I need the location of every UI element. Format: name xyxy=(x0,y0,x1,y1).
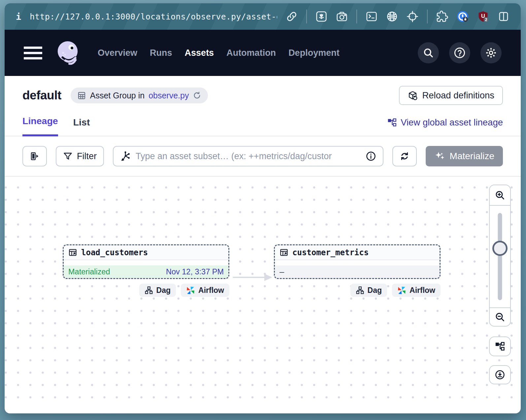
nav-item-runs[interactable]: Runs xyxy=(150,48,172,58)
menu-icon[interactable] xyxy=(24,47,43,59)
screenshot-camera-icon[interactable] xyxy=(336,11,348,22)
asset-name: customer_metrics xyxy=(292,248,369,257)
airflow-tag-label: Airflow xyxy=(198,286,224,295)
shield-badge: 2 xyxy=(485,18,487,22)
browser-toolbar: i http://127.0.0.1:3000/locations/observ… xyxy=(5,3,521,30)
reload-definitions-label: Reload definitions xyxy=(422,90,494,101)
download-icon xyxy=(495,369,505,380)
target-icon[interactable] xyxy=(407,11,418,22)
search-icon[interactable] xyxy=(418,42,439,63)
global-lineage-link[interactable]: View global asset lineage xyxy=(387,117,503,136)
asset-name: load_customers xyxy=(81,248,148,257)
tab-list[interactable]: List xyxy=(73,117,90,136)
asset-group-icon xyxy=(77,91,86,100)
help-icon[interactable] xyxy=(449,42,470,63)
toolbar-divider xyxy=(356,10,357,23)
airflow-icon xyxy=(186,286,195,295)
asset-subset-search[interactable] xyxy=(113,146,383,166)
terminal-icon[interactable] xyxy=(366,11,378,22)
dag-icon xyxy=(356,286,364,295)
refresh-button[interactable] xyxy=(392,146,417,166)
lineage-toolbar: Filter xyxy=(5,136,521,177)
never-materialized-status: – xyxy=(279,267,284,277)
lineage-graph-icon xyxy=(387,118,397,127)
extension-flower-icon[interactable] xyxy=(315,11,327,22)
dag-icon xyxy=(145,286,153,295)
info-icon[interactable] xyxy=(366,151,376,161)
global-lineage-label: View global asset lineage xyxy=(401,117,503,128)
filter-funnel-icon xyxy=(63,152,73,161)
filter-button[interactable]: Filter xyxy=(56,146,104,166)
puzzle-icon[interactable] xyxy=(436,11,448,22)
toolbar-divider xyxy=(306,10,307,23)
download-image-button[interactable] xyxy=(489,365,511,384)
shield-icon[interactable]: U 2 xyxy=(477,11,489,22)
asset-table-icon xyxy=(279,248,288,257)
page-header: default Asset Group in observe.py Reload… xyxy=(5,76,521,113)
zoom-controls xyxy=(489,185,511,327)
asset-group-file-link[interactable]: observe.py xyxy=(148,91,189,100)
reload-cube-icon xyxy=(408,90,418,101)
dag-tag-label: Dag xyxy=(156,286,171,295)
toolbar-divider xyxy=(427,10,428,23)
asset-status-row: Materialized Nov 12, 3:37 PM xyxy=(64,265,228,278)
dagster-logo[interactable] xyxy=(55,39,81,66)
view-tabs: Lineage List View global asset lineage xyxy=(5,113,521,136)
refresh-icon xyxy=(400,151,410,161)
dag-tag-label: Dag xyxy=(368,286,382,295)
airflow-icon xyxy=(397,286,406,295)
lineage-canvas[interactable]: load_customers Materialized Nov 12, 3:37… xyxy=(5,177,521,400)
zoom-slider[interactable] xyxy=(490,206,510,307)
zoom-out-icon xyxy=(495,312,505,322)
dag-tag-badge[interactable]: Dag xyxy=(350,284,387,297)
page-info-icon[interactable]: i xyxy=(16,12,21,22)
nav-item-deployment[interactable]: Deployment xyxy=(288,48,340,58)
asset-group-label: Asset Group in xyxy=(90,91,145,100)
asset-graph-icon xyxy=(120,151,131,161)
sparkles-icon xyxy=(434,151,445,162)
dag-tag-badge[interactable]: Dag xyxy=(139,284,176,297)
app-window: i http://127.0.0.1:3000/locations/observ… xyxy=(5,3,521,413)
materialized-status: Materialized xyxy=(68,267,110,276)
globe-icon[interactable] xyxy=(386,11,398,22)
open-sidebar-button[interactable] xyxy=(22,146,47,166)
panel-expand-icon xyxy=(30,151,40,161)
airflow-tag-badge[interactable]: Airflow xyxy=(181,284,229,297)
filter-label: Filter xyxy=(77,151,97,161)
zoom-slider-knob[interactable] xyxy=(492,241,508,256)
zoom-slider-track[interactable] xyxy=(498,213,502,300)
nav-item-automation[interactable]: Automation xyxy=(226,48,276,58)
relayout-graph-button[interactable] xyxy=(489,336,511,356)
materialize-button[interactable]: Materialize xyxy=(426,146,503,166)
asset-node-load-customers[interactable]: load_customers Materialized Nov 12, 3:37… xyxy=(63,244,229,279)
materialized-timestamp: Nov 12, 3:37 PM xyxy=(166,267,224,276)
search-input[interactable] xyxy=(136,151,361,161)
asset-node-customer-metrics[interactable]: customer_metrics – xyxy=(274,244,441,279)
gear-icon[interactable] xyxy=(480,42,502,63)
page-title: default xyxy=(22,88,61,102)
url-bar[interactable]: http://127.0.0.1:3000/locations/observe.… xyxy=(30,12,277,21)
zoom-in-button[interactable] xyxy=(490,185,510,206)
airflow-tag-badge[interactable]: Airflow xyxy=(392,284,441,297)
sync-icon[interactable] xyxy=(193,91,201,100)
reload-definitions-button[interactable]: Reload definitions xyxy=(399,86,503,105)
nav-item-overview[interactable]: Overview xyxy=(98,48,137,58)
asset-status-row: – xyxy=(275,265,440,278)
primary-nav: Overview Runs Assets Automation Deployme… xyxy=(98,48,340,58)
lineage-edge-arrow xyxy=(229,272,274,282)
copy-link-icon[interactable] xyxy=(286,11,298,22)
materialize-label: Materialize xyxy=(450,151,494,161)
zoom-out-button[interactable] xyxy=(490,307,510,326)
lineage-graph-icon xyxy=(495,341,505,351)
split-view-icon[interactable] xyxy=(498,11,510,22)
airflow-tag-label: Airflow xyxy=(410,286,435,295)
asset-table-icon xyxy=(68,248,77,257)
zoom-in-icon xyxy=(495,190,505,200)
app-navbar: Overview Runs Assets Automation Deployme… xyxy=(5,30,521,76)
nav-item-assets[interactable]: Assets xyxy=(185,48,214,58)
asset-group-badge: Asset Group in observe.py xyxy=(71,88,208,103)
tab-lineage[interactable]: Lineage xyxy=(22,116,58,136)
password-manager-icon[interactable] xyxy=(457,11,469,22)
